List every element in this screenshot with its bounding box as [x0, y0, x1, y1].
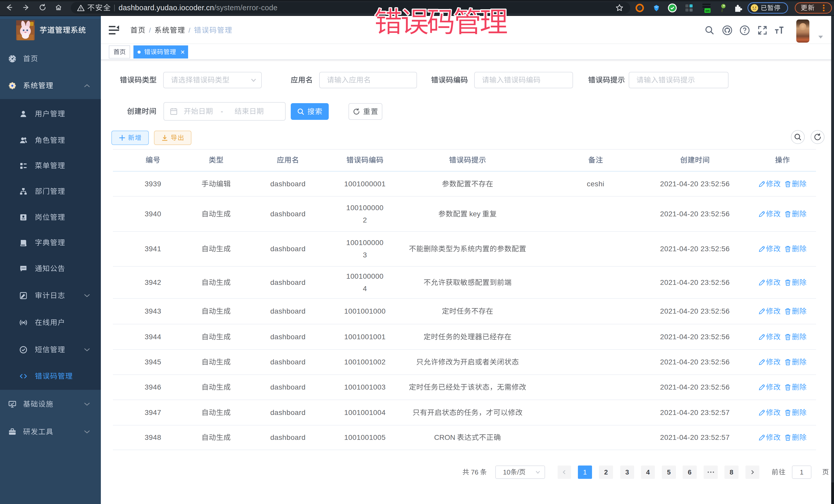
svg-text:on: on: [705, 9, 709, 13]
